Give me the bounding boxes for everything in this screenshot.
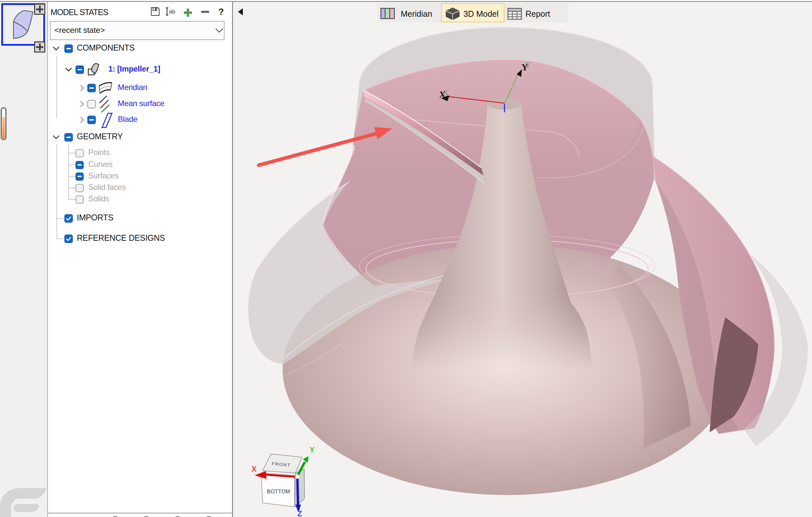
svg-text:Y: Y xyxy=(310,446,314,454)
svg-text:X: X xyxy=(439,90,446,100)
svg-text:X: X xyxy=(252,465,257,473)
svg-text:ab: ab xyxy=(169,8,175,15)
svg-text:Y: Y xyxy=(522,62,528,72)
svg-text:Z: Z xyxy=(297,510,302,517)
svg-text:BOTTOM: BOTTOM xyxy=(267,489,290,494)
